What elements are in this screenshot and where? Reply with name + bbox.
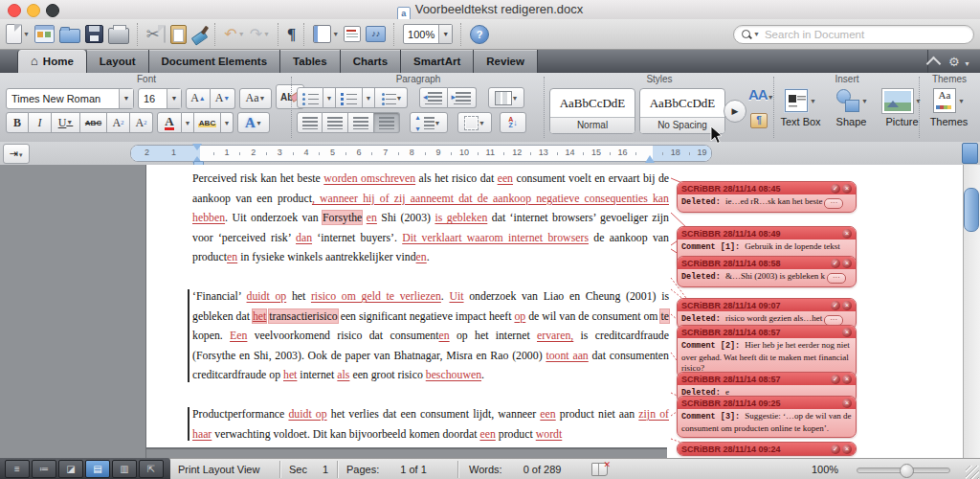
accept-change-icon[interactable]: ✓	[831, 375, 840, 384]
help-button[interactable]: ?	[470, 23, 489, 46]
close-comment-icon[interactable]: ×	[842, 375, 852, 384]
layout-view-button[interactable]: ▼	[313, 23, 339, 46]
line-spacing-button[interactable]: ▼	[410, 112, 448, 133]
insert-text-box-button[interactable]: ▼Text Box	[777, 88, 824, 127]
zoom-slider-knob[interactable]	[900, 464, 914, 478]
grow-font-button[interactable]: A▲	[186, 88, 211, 109]
columns-button[interactable]: ▼	[488, 87, 524, 108]
numbering-button[interactable]	[336, 87, 363, 108]
close-comment-icon[interactable]: ×	[842, 328, 852, 337]
accept-change-icon[interactable]: ✓	[831, 259, 840, 268]
show-more-button[interactable]: ···	[824, 198, 843, 209]
view-mode-label[interactable]: Print Layout View	[178, 459, 259, 479]
copy-button[interactable]	[164, 23, 166, 46]
tab-stop-selector[interactable]: ⇥▼	[3, 144, 30, 164]
new-document-button[interactable]: ▼	[6, 23, 30, 46]
text-effects-button[interactable]: A ▼	[237, 112, 270, 133]
manage-styles-button[interactable]: ¶	[750, 113, 768, 128]
show-gallery-button[interactable]	[34, 23, 55, 46]
spelling-status-button[interactable]	[591, 459, 608, 479]
themes-button[interactable]: Aa▼ Themes	[925, 88, 972, 127]
comment-bubble-8[interactable]: SCRiBBR 28/11/14 09:24✓×	[677, 442, 857, 456]
format-painter-button[interactable]	[191, 23, 207, 46]
font-color-menu-button[interactable]: ▼	[182, 112, 194, 133]
bullets-button[interactable]	[297, 87, 323, 108]
save-button[interactable]	[85, 23, 103, 46]
show-invisibles-button[interactable]: ¶	[287, 23, 296, 46]
accept-change-icon[interactable]: ✓	[831, 445, 840, 454]
outline-view-button[interactable]: ≔	[32, 460, 56, 478]
close-comment-icon[interactable]: ×	[842, 259, 852, 268]
tab-charts[interactable]: Charts	[341, 50, 401, 73]
insert-shape-button[interactable]: ▼Shape	[828, 88, 875, 127]
align-left-button[interactable]	[297, 112, 323, 133]
comment-bubble-3[interactable]: SCRiBBR 28/11/14 08:58✓×Deleted: &…Shi (…	[677, 256, 857, 287]
justify-button[interactable]	[374, 112, 400, 133]
close-comment-icon[interactable]: ×	[842, 229, 852, 239]
redo-button[interactable]: ↷▼	[250, 23, 270, 46]
paste-button[interactable]	[170, 23, 187, 46]
comment-bubble-1[interactable]: SCRiBBR 28/11/14 08:45✓×Deleted: ie…ed r…	[677, 181, 857, 213]
zoom-select[interactable]: 100% ▼	[403, 24, 453, 44]
font-size-select[interactable]: 16 ▼	[138, 88, 182, 109]
tab-home[interactable]: ⌂Home	[17, 50, 87, 73]
accept-change-icon[interactable]: ✓	[831, 184, 840, 194]
fullscreen-button[interactable]: ⇱	[139, 460, 164, 478]
zoom-slider[interactable]	[857, 468, 950, 473]
strikethrough-button[interactable]: ABC	[80, 112, 107, 133]
italic-button[interactable]: I	[29, 112, 52, 133]
tab-smartart[interactable]: SmartArt	[401, 50, 474, 73]
undo-button[interactable]: ↶▼	[224, 23, 244, 46]
media-browser-button[interactable]: ♪♪	[366, 23, 386, 46]
show-styles-button[interactable]	[344, 23, 361, 46]
tab-review[interactable]: Review	[474, 50, 538, 73]
accept-change-icon[interactable]: ✓	[831, 301, 840, 310]
vertical-scrollbar[interactable]	[963, 165, 980, 458]
bullets-menu-button[interactable]: ▼	[323, 87, 336, 108]
sidebar-button[interactable]	[962, 143, 978, 164]
comment-bubble-5[interactable]: SCRiBBR 28/11/14 08:57×Comment [2]: Hier…	[677, 325, 857, 378]
show-more-button[interactable]: ···	[827, 273, 846, 284]
comment-bubble-7[interactable]: SCRiBBR 28/11/14 09:25×Comment [3]: Sugg…	[677, 396, 857, 438]
close-comment-icon[interactable]: ×	[842, 301, 852, 310]
tab-layout[interactable]: Layout	[87, 50, 149, 73]
change-styles-button[interactable]: AA▼	[748, 86, 774, 103]
draft-view-button[interactable]: ≡	[5, 460, 30, 478]
window-resize-grip[interactable]	[966, 466, 979, 479]
font-color-button[interactable]: A	[157, 112, 182, 133]
numbering-menu-button[interactable]: ▼	[363, 87, 375, 108]
highlight-menu-button[interactable]: ▼	[221, 112, 234, 133]
document-page[interactable]: Perceived risk kan het beste worden omsc…	[145, 165, 964, 458]
scrollbar-thumb[interactable]	[964, 188, 979, 232]
subscript-button[interactable]: A2	[130, 112, 153, 133]
ribbon-settings-button[interactable]: ⚙ ▼	[948, 53, 970, 70]
more-styles-button[interactable]: ▶	[724, 100, 746, 123]
close-comment-icon[interactable]: ×	[842, 184, 852, 194]
align-center-button[interactable]	[323, 112, 348, 133]
decrease-indent-button[interactable]	[419, 87, 448, 108]
words-indicator[interactable]: Words: 0 of 289	[469, 459, 561, 479]
right-indent-marker[interactable]	[645, 150, 655, 163]
section-indicator[interactable]: Sec 1	[289, 459, 328, 479]
publishing-layout-button[interactable]: ◪	[58, 460, 83, 478]
sort-button[interactable]: AZ↓	[500, 112, 526, 133]
tab-document-elements[interactable]: Document Elements	[149, 50, 281, 73]
underline-button[interactable]: U ▼	[52, 112, 80, 133]
close-comment-icon[interactable]: ×	[842, 445, 852, 454]
style-card-normal[interactable]: AaBbCcDdENormal	[549, 88, 635, 134]
highlight-button[interactable]: ABC	[194, 112, 221, 133]
bold-button[interactable]: B	[6, 112, 29, 133]
shrink-font-button[interactable]: A▼	[211, 88, 235, 109]
tab-tables[interactable]: Tables	[280, 50, 341, 73]
cut-button[interactable]: ✂	[146, 23, 159, 46]
font-family-select[interactable]: Times New Roman ▼	[6, 88, 134, 109]
increase-indent-button[interactable]	[448, 87, 477, 108]
search-field[interactable]: ▼	[733, 25, 974, 44]
search-input[interactable]	[763, 28, 966, 41]
print-button[interactable]	[108, 23, 129, 46]
superscript-button[interactable]: A2	[107, 112, 130, 133]
borders-button[interactable]: ▼	[457, 112, 492, 133]
change-case-button[interactable]: Aa ▼	[239, 88, 272, 109]
pages-indicator[interactable]: Pages: 1 of 1	[346, 459, 427, 479]
align-right-button[interactable]	[348, 112, 374, 133]
